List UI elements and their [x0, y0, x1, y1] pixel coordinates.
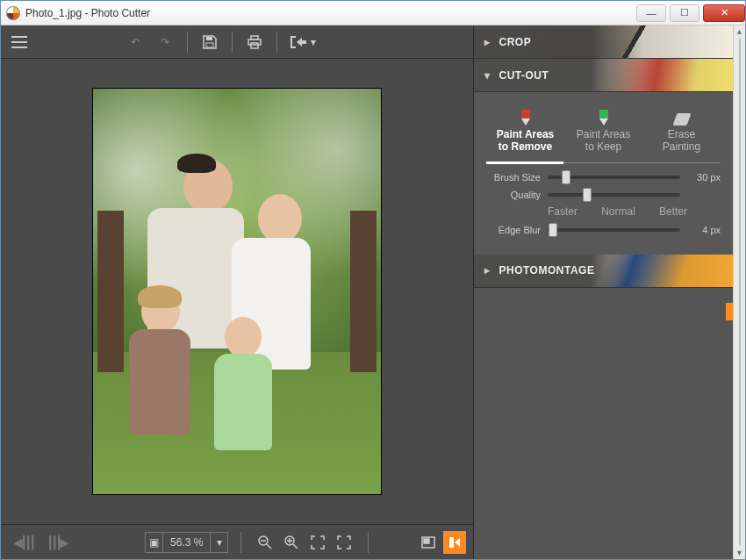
- window-controls: — ☐ ✕: [633, 4, 745, 22]
- panel-photomontage-header[interactable]: ▸ PHOTOMONTAGE: [474, 255, 733, 288]
- next-image-icon[interactable]: ┃┃┃▶: [43, 529, 69, 556]
- slider-brush-size: Brush Size 30 px: [486, 172, 721, 183]
- editor-pane: ↶ ↷ ▾: [1, 25, 473, 559]
- slider-edge-blur: Edge Blur 4 px: [486, 225, 721, 235]
- toolbar-separator: [368, 532, 369, 553]
- panel-crop-label: CROP: [499, 36, 532, 48]
- fit-image-icon[interactable]: ▣: [146, 533, 163, 552]
- panel-cutout-header[interactable]: ▾ CUT-OUT: [474, 59, 733, 92]
- chevron-right-icon: ▸: [484, 264, 491, 276]
- toolbar-separator: [276, 32, 277, 53]
- quality-ticks: Faster Normal Better: [548, 205, 721, 218]
- svg-rect-3: [206, 37, 212, 40]
- brush-size-thumb[interactable]: [562, 170, 570, 184]
- marker-red-icon: [521, 110, 530, 126]
- panel-crop-header[interactable]: ▸ CROP: [474, 25, 733, 59]
- save-icon[interactable]: [197, 29, 223, 55]
- toolbar-separator: [232, 32, 233, 53]
- quality-track[interactable]: [548, 193, 680, 197]
- brush-size-label: Brush Size: [486, 172, 541, 183]
- print-icon[interactable]: [241, 29, 268, 55]
- tool-paint-keep[interactable]: Paint Areasto Keep: [564, 101, 642, 155]
- window-title: Photo_1.jpg - Photo Cutter: [25, 7, 150, 19]
- close-button[interactable]: ✕: [703, 4, 745, 22]
- marker-green-icon: [599, 110, 608, 126]
- title-bar: Photo_1.jpg - Photo Cutter — ☐ ✕: [1, 1, 745, 25]
- full-screen-icon[interactable]: [333, 531, 355, 554]
- edge-blur-label: Edge Blur: [486, 225, 541, 235]
- brush-size-track[interactable]: [548, 176, 680, 179]
- svg-line-12: [293, 544, 298, 549]
- edge-blur-value: 4 px: [687, 225, 721, 235]
- app-icon: [6, 6, 20, 20]
- panel-cutout: ▾ CUT-OUT Paint Areasto Remove Paint Are…: [474, 59, 733, 255]
- eraser-icon: [672, 113, 691, 126]
- panel-photomontage: ▸ PHOTOMONTAGE: [474, 255, 733, 288]
- export-icon[interactable]: [286, 29, 312, 55]
- panel-cutout-label: CUT-OUT: [499, 69, 549, 82]
- bottom-toolbar: ◀┃┃┃ ┃┃┃▶ ▣ 56.3 % ▾: [1, 524, 473, 559]
- toolbar-separator: [240, 532, 241, 553]
- scroll-up-icon[interactable]: ▲: [734, 25, 745, 38]
- side-panel: ▸ CROP ▾ CUT-OUT Paint Areasto Remove: [473, 25, 733, 559]
- tool-paint-remove[interactable]: Paint Areasto Remove: [486, 101, 564, 155]
- zoom-value: 56.3 %: [163, 536, 210, 549]
- chevron-down-icon: ▾: [484, 69, 491, 82]
- working-image[interactable]: [93, 89, 381, 494]
- panel-cutout-body: Paint Areasto Remove Paint Areasto Keep …: [474, 92, 733, 255]
- window-scrollbar[interactable]: ▲ ▼: [733, 25, 745, 559]
- side-panel-collapse-handle[interactable]: [726, 303, 733, 320]
- quality-thumb[interactable]: [583, 188, 592, 202]
- edge-blur-track[interactable]: [548, 228, 680, 232]
- zoom-in-icon[interactable]: [280, 531, 303, 554]
- svg-rect-4: [206, 43, 213, 47]
- compare-icon[interactable]: [417, 531, 440, 554]
- panel-crop: ▸ CROP: [474, 25, 733, 59]
- prev-image-icon[interactable]: ◀┃┃┃: [10, 529, 36, 556]
- zoom-readout[interactable]: ▣ 56.3 % ▾: [145, 532, 228, 553]
- svg-rect-6: [248, 39, 261, 45]
- app-body: ↶ ↷ ▾: [1, 25, 745, 559]
- fit-screen-icon[interactable]: [306, 531, 329, 554]
- zoom-out-icon[interactable]: [254, 531, 276, 554]
- svg-rect-16: [424, 539, 429, 543]
- brush-size-value: 30 px: [687, 172, 721, 183]
- canvas-area[interactable]: [1, 59, 473, 524]
- toolbar-separator: [187, 32, 188, 53]
- svg-line-9: [267, 544, 271, 549]
- app-window: Photo_1.jpg - Photo Cutter — ☐ ✕ ↶ ↷: [0, 0, 746, 560]
- redo-icon[interactable]: ↷: [152, 29, 178, 55]
- slider-quality: Quality: [486, 190, 721, 200]
- cutout-tool-row: Paint Areasto Remove Paint Areasto Keep …: [486, 101, 721, 155]
- top-toolbar: ↶ ↷ ▾: [1, 25, 473, 59]
- panel-photomontage-label: PHOTOMONTAGE: [499, 264, 595, 276]
- chevron-right-icon: ▸: [484, 36, 491, 48]
- tool-underline: [486, 162, 721, 163]
- scroll-thumb[interactable]: [739, 39, 741, 546]
- quality-label: Quality: [486, 190, 541, 200]
- maximize-button[interactable]: ☐: [670, 4, 699, 22]
- minimize-button[interactable]: —: [636, 4, 666, 22]
- svg-rect-7: [251, 43, 258, 48]
- tool-erase-painting[interactable]: ErasePainting: [642, 101, 721, 155]
- scroll-down-icon[interactable]: ▼: [734, 547, 745, 559]
- zoom-dropdown-icon[interactable]: ▾: [210, 533, 227, 552]
- export-dropdown-icon[interactable]: ▾: [311, 36, 316, 48]
- menu-icon[interactable]: [6, 29, 32, 55]
- apply-icon[interactable]: [443, 531, 466, 554]
- edge-blur-thumb[interactable]: [549, 223, 557, 237]
- undo-icon[interactable]: ↶: [122, 29, 148, 55]
